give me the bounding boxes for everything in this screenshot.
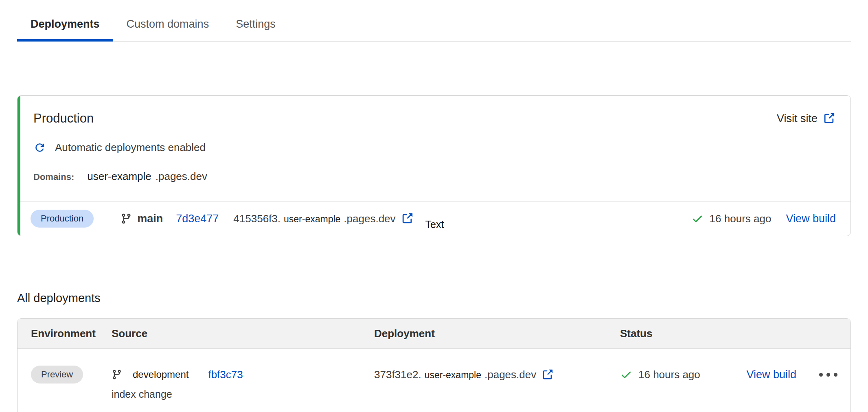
domains-row: Domains: user-example .pages.dev (33, 170, 850, 183)
branch-name: main (137, 213, 163, 225)
external-link-icon (823, 112, 835, 125)
url-user: user-example (284, 214, 340, 225)
pages-project-screen: Deployments Custom domains Settings Prod… (0, 0, 868, 412)
table-row: Preview development fbf3c73 index change… (18, 349, 850, 412)
view-build-link[interactable]: View build (786, 213, 836, 225)
url-hash: 373f31e2. (374, 368, 421, 381)
production-green-indicator (18, 96, 20, 236)
external-link-icon[interactable] (401, 213, 413, 225)
visit-site-label: Visit site (777, 112, 818, 125)
table-header: Environment Source Deployment Status (18, 319, 850, 349)
commit-message: index change (112, 388, 374, 400)
deployment-url: 373f31e2. user-example .pages.dev (374, 368, 536, 381)
column-status: Status (620, 327, 850, 340)
production-card-header: Production Visit site (18, 96, 850, 126)
commit-link[interactable]: fbf3c73 (208, 368, 243, 381)
column-environment: Environment (18, 327, 112, 340)
source-branch: main (121, 213, 163, 225)
url-suffix: .pages.dev (484, 368, 536, 381)
commit-link[interactable]: 7d3e477 (176, 213, 219, 225)
check-icon (620, 368, 632, 381)
auto-deploy-label: Automatic deployments enabled (55, 141, 206, 154)
column-deployment: Deployment (374, 327, 620, 340)
domain-suffix: .pages.dev (156, 170, 207, 183)
ellipsis-menu-icon[interactable] (819, 373, 837, 377)
text-annotation: Text (425, 219, 444, 230)
external-link-icon[interactable] (541, 369, 553, 381)
auto-deploy-status: Automatic deployments enabled (33, 141, 850, 154)
tab-custom-domains[interactable]: Custom domains (113, 12, 223, 42)
git-branch-icon (121, 213, 132, 224)
tab-deployments[interactable]: Deployments (17, 12, 113, 42)
refresh-icon (33, 141, 46, 154)
environment-badge: Preview (31, 366, 83, 384)
deployment-time: 16 hours ago (638, 368, 700, 381)
production-card: Production Visit site Automatic deployme… (17, 95, 851, 236)
deployment-url: 415356f3. user-example .pages.dev (233, 213, 395, 225)
environment-badge: Production (31, 210, 94, 228)
deployment-status: 16 hours ago View build (691, 213, 836, 225)
deployment-time: 16 hours ago (710, 213, 772, 225)
production-deployment-row: Production main 7d3e477 415356f3. user-e… (18, 201, 850, 236)
deployments-table: Environment Source Deployment Status Pre… (17, 318, 851, 412)
url-suffix: .pages.dev (344, 213, 395, 225)
column-source: Source (112, 327, 374, 340)
url-hash: 415356f3. (233, 213, 281, 225)
view-build-link[interactable]: View build (746, 368, 796, 381)
domain-user: user-example (87, 170, 151, 183)
branch-name: development (133, 369, 189, 380)
domains-label: Domains: (33, 172, 74, 182)
git-branch-icon (112, 369, 122, 380)
production-title: Production (33, 111, 94, 126)
all-deployments-heading: All deployments (17, 291, 851, 305)
tab-settings[interactable]: Settings (222, 12, 289, 42)
visit-site-link[interactable]: Visit site (777, 112, 835, 125)
check-icon (691, 213, 704, 225)
tab-bar: Deployments Custom domains Settings (17, 12, 851, 42)
url-user: user-example (425, 370, 481, 381)
